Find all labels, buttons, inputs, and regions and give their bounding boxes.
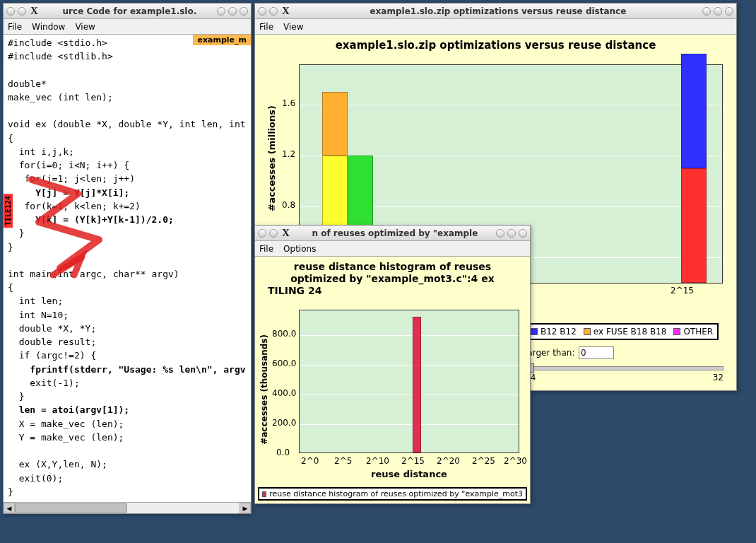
code-area[interactable]: #include <stdio.h> #include <stdlib.h> d… <box>4 35 251 502</box>
x-tick: 2^0 <box>301 456 319 466</box>
status-text: reuse distance histogram of reuses optim… <box>269 489 523 498</box>
tile-label: TILE124 <box>4 194 13 228</box>
y-tick: 800.0 <box>272 329 296 339</box>
x-tick: 2^30 <box>504 456 527 466</box>
y-tick: 0.0 <box>276 448 290 457</box>
window-button[interactable] <box>269 7 278 16</box>
menu-file[interactable]: File <box>259 22 273 32</box>
bar-red <box>681 168 707 283</box>
titlebar[interactable]: X urce Code for example1.slo. <box>4 4 251 19</box>
x-tick: 2^5 <box>334 456 352 466</box>
legend-swatch <box>584 328 591 335</box>
x-tick: 2^20 <box>437 456 460 466</box>
x-tick: 2^15 <box>401 456 425 466</box>
x-icon: X <box>30 5 38 17</box>
menu-view[interactable]: View <box>283 22 303 32</box>
x-tick: 2^10 <box>366 456 389 466</box>
window-button[interactable] <box>217 7 225 16</box>
slider-track[interactable] <box>525 366 723 370</box>
larger-than-input[interactable] <box>579 346 614 359</box>
bar-red <box>413 317 421 452</box>
window-button[interactable] <box>6 7 15 16</box>
window-title: example1.slo.zip optimizations versus re… <box>294 6 702 16</box>
menu-file[interactable]: File <box>259 244 273 254</box>
y-axis-label: #accesses (millions) <box>266 105 277 211</box>
window-button[interactable] <box>507 229 516 238</box>
plot-area[interactable] <box>299 310 519 453</box>
close-button[interactable] <box>725 7 733 16</box>
chart-title: example1.slo.zip optimizations versus re… <box>255 35 736 54</box>
y-tick: 0.8 <box>282 200 295 210</box>
status-bar: reuse distance histogram of reuses optim… <box>258 487 527 501</box>
window-button[interactable] <box>258 7 266 16</box>
menu-window[interactable]: Window <box>32 22 65 32</box>
x-tick: 2^15 <box>671 286 694 296</box>
y-tick: 1.2 <box>282 149 295 159</box>
scrollbar-thumb[interactable] <box>15 503 127 513</box>
x-tick: 2^25 <box>472 456 495 466</box>
slider-row: 24 32 <box>525 363 723 385</box>
menu-view[interactable]: View <box>75 22 95 32</box>
window-button[interactable] <box>496 229 504 238</box>
scrollbar-track[interactable] <box>15 503 240 513</box>
slider-label-max: 32 <box>713 373 723 383</box>
source-body: example_m #include <stdio.h> #include <s… <box>4 35 251 513</box>
y-tick: 1.6 <box>282 98 295 108</box>
menu-file[interactable]: File <box>8 22 22 32</box>
legend-swatch <box>673 328 680 335</box>
scroll-left-icon[interactable]: ◀ <box>4 503 15 513</box>
menubar: File Options <box>255 241 530 257</box>
x-icon: X <box>282 5 290 17</box>
legend-label: B12 B12 <box>541 327 577 337</box>
legend-swatch <box>531 328 538 335</box>
bar-blue <box>681 54 707 168</box>
window-button[interactable] <box>258 229 266 238</box>
menubar: File View <box>255 19 736 35</box>
menubar: File Window View <box>4 19 251 35</box>
chart-body: reuse distance histogram of reuses optim… <box>255 257 530 503</box>
slider-labels: 24 32 <box>525 370 723 383</box>
titlebar[interactable]: X example1.slo.zip optimizations versus … <box>255 4 736 19</box>
bar-orange <box>322 92 348 156</box>
window-button[interactable] <box>714 7 722 16</box>
scroll-right-icon[interactable]: ▶ <box>240 503 251 513</box>
source-code-window[interactable]: X urce Code for example1.slo. File Windo… <box>3 3 252 514</box>
menu-options[interactable]: Options <box>283 244 316 254</box>
titlebar[interactable]: X n of reuses optimized by "example <box>255 226 530 241</box>
larger-than-label: larger than: <box>525 348 574 358</box>
window-button[interactable] <box>702 7 711 16</box>
window-title: urce Code for example1.slo. <box>42 6 217 16</box>
y-tick: 200.0 <box>272 418 296 428</box>
close-button[interactable] <box>240 7 248 16</box>
legend-label: ex FUSE B18 B18 <box>593 327 667 337</box>
window-title: n of reuses optimized by "example <box>294 228 496 238</box>
status-swatch <box>262 491 266 497</box>
window-button[interactable] <box>18 7 26 16</box>
y-tick: 600.0 <box>272 358 296 368</box>
close-button[interactable] <box>519 229 527 238</box>
window-button[interactable] <box>228 7 237 16</box>
legend-label: OTHER <box>683 327 713 337</box>
legend-item: ex FUSE B18 B18 <box>584 327 667 337</box>
x-axis-label: reuse distance <box>299 469 519 479</box>
histogram-window[interactable]: X n of reuses optimized by "example File… <box>254 225 531 504</box>
y-tick: 400.0 <box>272 388 296 398</box>
horizontal-scrollbar[interactable]: ◀ ▶ <box>4 502 251 513</box>
y-axis-label: #accesses (thousands) <box>259 334 269 445</box>
x-icon: X <box>282 227 290 239</box>
legend: B12 B12 ex FUSE B18 B18 OTHER <box>525 323 719 340</box>
legend-item: OTHER <box>673 327 713 337</box>
window-button[interactable] <box>269 229 278 238</box>
chart-title: reuse distance histogram of reuses optim… <box>255 257 530 299</box>
legend-item: B12 B12 <box>531 327 577 337</box>
larger-than-control: larger than: <box>525 344 614 361</box>
